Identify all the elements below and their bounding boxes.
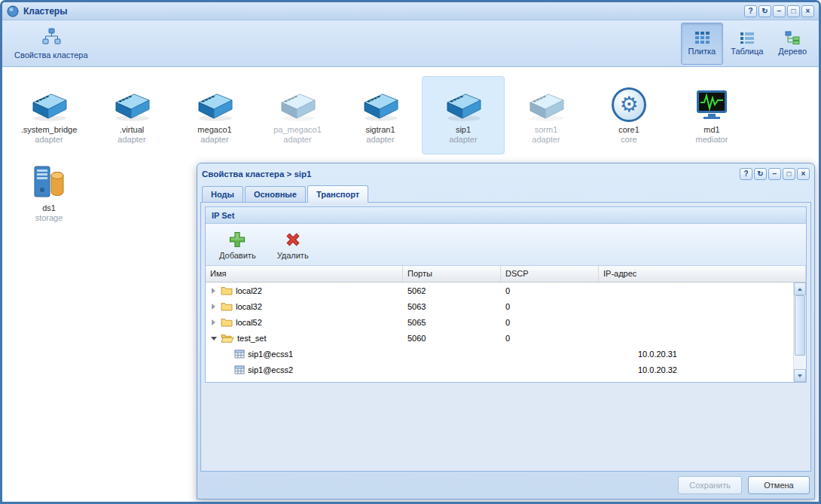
help-button[interactable]: ? bbox=[744, 5, 757, 17]
tile-name: sorm1 bbox=[535, 125, 558, 134]
dialog-tabbar: Ноды Основные Транспорт bbox=[200, 182, 811, 202]
app-icon bbox=[7, 5, 19, 17]
window-controls: ? ↻ − □ × bbox=[744, 5, 814, 17]
delete-button[interactable]: Удалить bbox=[273, 228, 313, 261]
add-button[interactable]: Добавить bbox=[215, 228, 261, 261]
table-row-local52[interactable]: local52 5065 0 bbox=[206, 314, 793, 330]
table-row-sip1-ecss2[interactable]: sip1@ecss2 10.0.20.32 bbox=[206, 362, 793, 377]
tiles-view-icon bbox=[694, 31, 710, 44]
ipset-panel-header: IP Set bbox=[206, 207, 806, 224]
ipset-panel-title: IP Set bbox=[212, 211, 234, 220]
folder-icon bbox=[221, 301, 233, 311]
close-button[interactable]: × bbox=[801, 5, 814, 17]
dialog-help-button[interactable]: ? bbox=[740, 168, 752, 180]
expand-arrow-icon[interactable] bbox=[210, 303, 218, 310]
cluster-properties-dialog: Свойства кластера > sip1 ? ↻ − □ × Ноды … bbox=[197, 163, 815, 499]
tile-system-bridge[interactable]: .system_bridge adapter bbox=[8, 76, 90, 154]
tile-type: adapter bbox=[449, 135, 477, 144]
tile-virtual[interactable]: .virtual adapter bbox=[90, 76, 173, 154]
adapter-icon bbox=[444, 81, 483, 122]
tile-md1[interactable]: md1 mediator bbox=[670, 76, 753, 154]
refresh-button[interactable]: ↻ bbox=[758, 5, 771, 17]
tile-name: core1 bbox=[618, 125, 639, 134]
tab-general[interactable]: Основные bbox=[245, 186, 306, 202]
main-toolbar: Свойства кластера Плитка Таблица bbox=[2, 20, 819, 67]
delete-cross-icon bbox=[283, 230, 303, 249]
column-header-dscp[interactable]: DSCP bbox=[501, 266, 599, 282]
tile-type: adapter bbox=[200, 135, 228, 144]
row-name: test_set bbox=[237, 334, 267, 343]
row-name: sip1@ecss1 bbox=[248, 350, 293, 359]
row-dscp: 0 bbox=[501, 286, 599, 295]
view-tree-label: Дерево bbox=[778, 47, 807, 56]
scrollbar-thumb[interactable] bbox=[795, 295, 805, 356]
window-titlebar: Кластеры ? ↻ − □ × bbox=[2, 2, 819, 20]
collapse-arrow-icon[interactable] bbox=[210, 334, 218, 342]
column-header-name[interactable]: Имя bbox=[206, 266, 403, 282]
tab-nodes[interactable]: Ноды bbox=[202, 186, 243, 202]
arrow-up-icon bbox=[798, 288, 802, 291]
column-header-ports[interactable]: Порты bbox=[403, 266, 501, 282]
folder-icon bbox=[221, 317, 233, 327]
row-name: local32 bbox=[236, 302, 262, 311]
dialog-close-button[interactable]: × bbox=[797, 168, 810, 180]
table-row-test-set[interactable]: test_set 5060 0 bbox=[206, 330, 793, 346]
tile-ds1[interactable]: ds1 storage bbox=[8, 154, 90, 233]
adapter-icon bbox=[29, 81, 69, 122]
scroll-down-button[interactable] bbox=[794, 369, 806, 382]
adapter-icon bbox=[526, 81, 566, 122]
storage-icon bbox=[32, 160, 66, 200]
tile-name: sip1 bbox=[456, 125, 471, 134]
tile-sip1[interactable]: sip1 adapter bbox=[422, 76, 505, 154]
vertical-scrollbar[interactable] bbox=[793, 283, 806, 382]
adapter-icon bbox=[278, 81, 317, 122]
tile-sigtran1[interactable]: sigtran1 adapter bbox=[339, 76, 422, 154]
row-name: local52 bbox=[236, 318, 262, 327]
view-table-label: Таблица bbox=[731, 47, 763, 56]
mediator-icon bbox=[694, 81, 729, 122]
row-ports: 5062 bbox=[403, 286, 501, 295]
table-row-sip1-ecss1[interactable]: sip1@ecss1 10.0.20.31 bbox=[206, 346, 793, 362]
tile-sorm1[interactable]: sorm1 adapter bbox=[505, 76, 588, 154]
view-tree-button[interactable]: Дерево bbox=[771, 23, 814, 65]
tile-core1[interactable]: ⚙ core1 core bbox=[588, 76, 670, 154]
table-row-local22[interactable]: local22 5062 0 bbox=[206, 283, 793, 298]
cluster-properties-button[interactable]: Свойства кластера bbox=[7, 23, 96, 65]
expand-arrow-icon[interactable] bbox=[210, 287, 218, 295]
tile-type: mediator bbox=[696, 135, 728, 144]
dialog-maximize-button[interactable]: □ bbox=[783, 168, 795, 180]
cluster-properties-label: Свойства кластера bbox=[14, 50, 88, 60]
tile-megaco1[interactable]: megaco1 adapter bbox=[173, 76, 256, 154]
dialog-footer: Сохранить Отмена bbox=[200, 472, 811, 496]
tile-name: .system_bridge bbox=[21, 125, 78, 134]
row-name: sip1@ecss2 bbox=[248, 365, 293, 374]
tile-type: adapter bbox=[35, 135, 63, 144]
expand-arrow-icon[interactable] bbox=[210, 319, 218, 326]
tile-type: adapter bbox=[366, 135, 394, 144]
tile-pa-megaco1[interactable]: pa_megaco1 adapter bbox=[256, 76, 339, 154]
table-row-local32[interactable]: local32 5063 0 bbox=[206, 298, 793, 314]
plus-icon bbox=[227, 230, 247, 249]
view-tiles-button[interactable]: Плитка bbox=[681, 23, 724, 65]
row-ports: 5063 bbox=[403, 302, 501, 311]
tile-name: megaco1 bbox=[197, 125, 231, 134]
dialog-controls: ? ↻ − □ × bbox=[740, 168, 810, 180]
column-header-ip[interactable]: IP-адрес bbox=[599, 266, 806, 282]
view-table-button[interactable]: Таблица bbox=[723, 23, 771, 65]
tab-transport[interactable]: Транспорт bbox=[307, 185, 368, 203]
window-title: Кластеры bbox=[23, 6, 740, 17]
save-button[interactable]: Сохранить bbox=[678, 476, 742, 494]
maximize-button[interactable]: □ bbox=[787, 5, 800, 17]
row-ip: 10.0.20.31 bbox=[599, 350, 793, 359]
ipset-panel: IP Set Добавить Удалить bbox=[205, 206, 807, 383]
tile-type: adapter bbox=[532, 135, 560, 144]
minimize-button[interactable]: − bbox=[773, 5, 786, 17]
row-dscp: 0 bbox=[501, 334, 599, 343]
row-dscp: 0 bbox=[501, 318, 599, 327]
dialog-refresh-button[interactable]: ↻ bbox=[754, 168, 767, 180]
tile-type: adapter bbox=[118, 135, 145, 144]
scroll-up-button[interactable] bbox=[794, 283, 806, 295]
cancel-button[interactable]: Отмена bbox=[748, 476, 810, 494]
dialog-minimize-button[interactable]: − bbox=[768, 168, 781, 180]
row-ports: 5060 bbox=[403, 334, 501, 343]
